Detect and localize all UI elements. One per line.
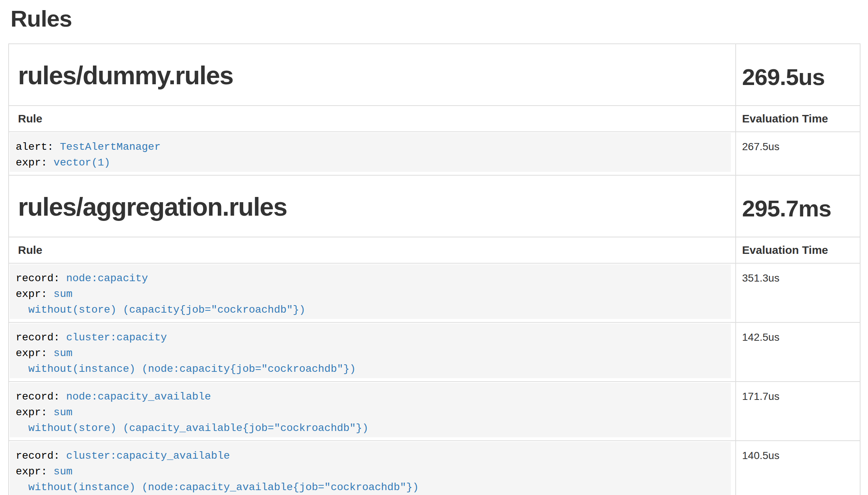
code-text: expr:: [16, 157, 54, 168]
rule-link[interactable]: without(instance) (node:capacity_availab…: [16, 482, 419, 493]
rule-evaluation-time: 142.5us: [736, 322, 860, 382]
rule-code-cell: alert: TestAlertManagerexpr: vector(1): [9, 132, 736, 175]
page-title: Rules: [10, 6, 861, 31]
rule-code-cell: record: cluster:capacity_availableexpr: …: [9, 441, 736, 495]
rule-code-block: record: cluster:capacity_availableexpr: …: [10, 442, 731, 495]
code-text: expr:: [16, 347, 54, 359]
code-line: record: cluster:capacity_available: [16, 448, 722, 464]
rule-column-header: Rule: [9, 237, 736, 263]
rule-link[interactable]: TestAlertManager: [60, 141, 161, 153]
code-text: record:: [16, 273, 66, 284]
code-line: record: node:capacity: [16, 271, 722, 286]
code-line: expr: sum: [16, 405, 722, 420]
rule-column-header: Rule: [9, 106, 736, 132]
code-line: expr: sum: [16, 464, 722, 480]
code-line: record: node:capacity_available: [16, 389, 722, 405]
code-line: without(instance) (node:capacity_availab…: [16, 480, 722, 495]
rule-link[interactable]: sum: [54, 466, 72, 477]
time-column-header: Evaluation Time: [736, 106, 860, 132]
code-text: expr:: [16, 466, 54, 477]
rule-evaluation-time: 171.7us: [736, 382, 860, 441]
rule-link[interactable]: cluster:capacity_available: [66, 450, 230, 462]
rule-code-block: record: cluster:capacityexpr: sum withou…: [10, 324, 731, 378]
rule-code-cell: record: cluster:capacityexpr: sum withou…: [9, 322, 736, 382]
code-text: record:: [16, 450, 66, 462]
rule-evaluation-time: 351.3us: [736, 263, 860, 322]
column-header-row: Rule Evaluation Time: [9, 237, 860, 263]
code-line: without(store) (capacity_available{job="…: [16, 420, 722, 436]
code-line: without(store) (capacity{job="cockroachd…: [16, 302, 722, 318]
code-text: record:: [16, 391, 66, 403]
group-evaluation-time: 295.7ms: [736, 175, 860, 237]
rule-link[interactable]: vector(1): [54, 157, 110, 168]
code-text: expr:: [16, 288, 54, 300]
rule-code-block: record: node:capacityexpr: sum without(s…: [10, 264, 731, 319]
code-line: record: cluster:capacity: [16, 330, 722, 346]
group-evaluation-time: 269.5us: [736, 44, 860, 106]
rules-page: Rules rules/dummy.rules 269.5us Rule Eva…: [0, 6, 868, 495]
code-text: expr:: [16, 407, 54, 418]
time-column-header: Evaluation Time: [736, 237, 860, 263]
rule-link[interactable]: without(instance) (node:capacity{job="co…: [16, 363, 356, 375]
rule-link[interactable]: sum: [54, 407, 72, 418]
code-line: without(instance) (node:capacity{job="co…: [16, 361, 722, 377]
rule-link[interactable]: without(store) (capacity{job="cockroachd…: [16, 304, 305, 316]
column-header-row: Rule Evaluation Time: [9, 106, 860, 132]
code-line: expr: vector(1): [16, 155, 722, 171]
group-header-row: rules/dummy.rules 269.5us: [9, 44, 860, 106]
rule-evaluation-time: 267.5us: [736, 132, 860, 175]
rule-evaluation-time: 140.5us: [736, 441, 860, 495]
code-line: expr: sum: [16, 346, 722, 361]
rule-code-cell: record: node:capacity_availableexpr: sum…: [9, 382, 736, 441]
rule-row: record: cluster:capacityexpr: sum withou…: [9, 322, 860, 382]
group-file-name: rules/dummy.rules: [9, 44, 736, 106]
rule-row: record: node:capacity_availableexpr: sum…: [9, 382, 860, 441]
rule-code-block: record: node:capacity_availableexpr: sum…: [10, 383, 731, 437]
rule-code-cell: record: node:capacityexpr: sum without(s…: [9, 263, 736, 322]
rule-link[interactable]: without(store) (capacity_available{job="…: [16, 422, 368, 434]
rule-row: record: node:capacityexpr: sum without(s…: [9, 263, 860, 322]
rule-row: record: cluster:capacity_availableexpr: …: [9, 441, 860, 495]
code-line: expr: sum: [16, 286, 722, 302]
rule-link[interactable]: cluster:capacity: [66, 332, 167, 343]
group-header-row: rules/aggregation.rules 295.7ms: [9, 175, 860, 237]
rule-link[interactable]: node:capacity_available: [66, 391, 211, 403]
group-file-name: rules/aggregation.rules: [9, 175, 736, 237]
rules-table: rules/dummy.rules 269.5us Rule Evaluatio…: [8, 43, 861, 495]
rule-row: alert: TestAlertManagerexpr: vector(1) 2…: [9, 132, 860, 175]
rule-code-block: alert: TestAlertManagerexpr: vector(1): [10, 133, 731, 172]
rule-link[interactable]: node:capacity: [66, 273, 148, 284]
code-line: alert: TestAlertManager: [16, 139, 722, 155]
rule-link[interactable]: sum: [54, 347, 72, 359]
code-text: record:: [16, 332, 66, 343]
code-text: alert:: [16, 141, 60, 153]
rule-link[interactable]: sum: [54, 288, 72, 300]
